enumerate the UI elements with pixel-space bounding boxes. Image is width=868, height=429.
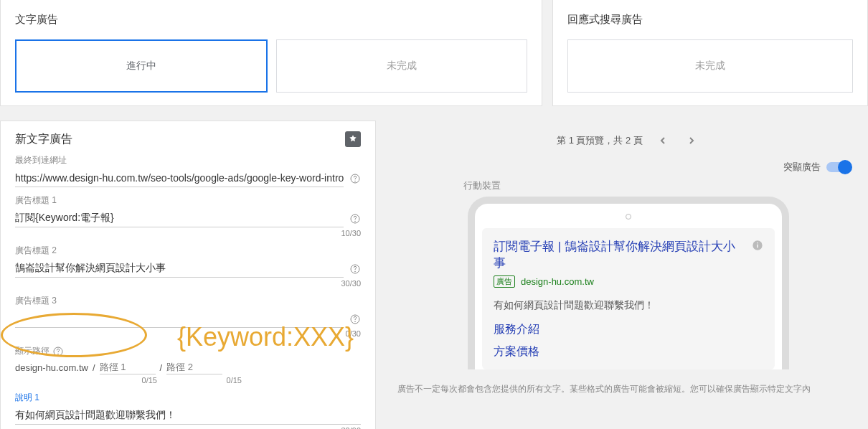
desc1-label: 說明 1 bbox=[15, 392, 361, 404]
form-title: 新文字廣告 bbox=[15, 132, 72, 147]
status-incomplete[interactable]: 未完成 bbox=[567, 39, 853, 93]
text-ads-panel: 文字廣告 進行中 未完成 bbox=[0, 0, 542, 106]
svg-point-9 bbox=[58, 354, 59, 354]
help-icon[interactable] bbox=[349, 263, 361, 275]
ad-sitelink-1: 服務介紹 bbox=[494, 322, 763, 337]
help-icon[interactable] bbox=[349, 173, 361, 184]
status-in-progress[interactable]: 進行中 bbox=[15, 39, 268, 93]
help-icon[interactable] bbox=[349, 314, 361, 325]
ad-sitelink-2: 方案價格 bbox=[494, 344, 763, 359]
final-url-input[interactable] bbox=[15, 169, 344, 187]
svg-point-1 bbox=[355, 181, 356, 182]
desc1-counter: 32/90 bbox=[15, 426, 361, 429]
headline3-label: 廣告標題 3 bbox=[15, 295, 361, 307]
ad-description: 有如何網頁設計問題歡迎聯繫我們！ bbox=[494, 299, 763, 312]
headline1-counter: 10/30 bbox=[15, 229, 361, 237]
svg-point-5 bbox=[355, 271, 356, 272]
help-icon[interactable] bbox=[52, 346, 64, 357]
ad-preview-card: 訂閱電子報 | 鵠崙設計幫你解決網頁設計大小事 廣告 design-hu.com… bbox=[482, 228, 775, 369]
svg-point-3 bbox=[355, 221, 356, 222]
preview-note: 廣告不一定每次都會包含您提供的所有文字。某些格式的廣告可能會被縮短。您可以確保廣… bbox=[397, 382, 859, 396]
display-path-domain: design-hu.com.tw bbox=[15, 362, 88, 373]
ad-domain: design-hu.com.tw bbox=[521, 276, 594, 287]
highlight-ad-label: 突顯廣告 bbox=[783, 161, 821, 174]
svg-rect-11 bbox=[757, 245, 758, 248]
responsive-search-ads-panel: 回應式搜尋廣告 未完成 bbox=[552, 0, 868, 106]
prev-page-button[interactable] bbox=[654, 132, 671, 149]
ideas-icon[interactable] bbox=[345, 131, 361, 147]
phone-camera-icon bbox=[626, 214, 631, 220]
svg-rect-12 bbox=[757, 242, 758, 243]
preview-panel: 第 1 頁預覽，共 2 頁 突顯廣告 行動裝置 訂閱電子報 | 鵠崙設計幫你解決… bbox=[389, 121, 868, 429]
ad-headline: 訂閱電子報 | 鵠崙設計幫你解決網頁設計大小事 bbox=[494, 238, 746, 271]
next-page-button[interactable] bbox=[683, 132, 700, 149]
headline3-input[interactable] bbox=[15, 310, 344, 328]
headline2-input[interactable] bbox=[15, 260, 344, 278]
headline1-label: 廣告標題 1 bbox=[15, 194, 361, 207]
panel-title: 文字廣告 bbox=[15, 13, 527, 27]
headline2-label: 廣告標題 2 bbox=[15, 245, 361, 257]
headline2-counter: 30/30 bbox=[15, 279, 361, 288]
info-icon[interactable] bbox=[752, 240, 763, 251]
display-path-label: 顯示路徑 bbox=[15, 345, 361, 357]
headline1-input[interactable] bbox=[15, 209, 344, 227]
desc1-input[interactable] bbox=[15, 407, 361, 425]
ad-form-panel: 新文字廣告 最終到達網址 廣告標題 1 10/30 廣告標題 2 bbox=[0, 121, 376, 429]
path2-counter: 0/15 bbox=[199, 376, 242, 385]
preview-pager-text: 第 1 頁預覽，共 2 頁 bbox=[557, 134, 643, 147]
highlight-ad-toggle[interactable] bbox=[826, 162, 851, 172]
status-incomplete[interactable]: 未完成 bbox=[276, 39, 527, 93]
phone-frame: 訂閱電子報 | 鵠崙設計幫你解決網頁設計大小事 廣告 design-hu.com… bbox=[468, 197, 789, 369]
device-label: 行動裝置 bbox=[463, 179, 868, 192]
ad-badge: 廣告 bbox=[494, 275, 515, 288]
path1-input[interactable] bbox=[100, 360, 156, 374]
help-icon[interactable] bbox=[349, 213, 361, 225]
svg-point-7 bbox=[355, 321, 356, 322]
path2-input[interactable] bbox=[166, 360, 222, 374]
headline3-counter: 0/30 bbox=[15, 329, 361, 338]
final-url-label: 最終到達網址 bbox=[15, 154, 361, 166]
path1-counter: 0/15 bbox=[114, 376, 157, 385]
panel-title: 回應式搜尋廣告 bbox=[567, 13, 853, 27]
